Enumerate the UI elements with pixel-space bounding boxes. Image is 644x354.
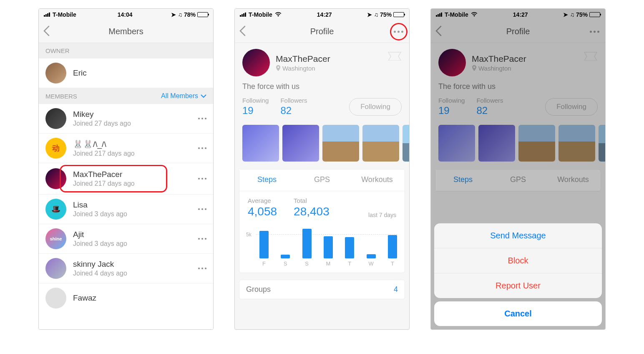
avatar [45,63,66,83]
user-photo[interactable] [322,125,359,162]
avatar [45,108,66,129]
action-sheet-overlay[interactable]: Send Message Block Report User Cancel [431,9,605,329]
member-row[interactable]: skinny Jack Joined 4 days ago [39,254,213,283]
avatar: shine [45,228,66,249]
chart-bar [367,254,376,258]
range-label: last 7 days [368,212,396,218]
more-icon[interactable] [198,208,206,210]
chart-bar [302,229,312,258]
member-row-highlighted[interactable]: MaxThePacer Joined 217 days ago [39,163,213,195]
following-stat[interactable]: Following 19 [242,97,269,116]
members-filter-dropdown[interactable]: All Members [161,92,206,100]
average-label: Average [248,197,277,204]
members-screen: T-Mobile 14:04 ➤ ♫ 78% Members OWNER Eri… [38,8,214,330]
action-sheet: Send Message Block Report User [434,223,602,298]
badge-photo[interactable] [282,125,319,162]
more-button[interactable] [394,30,403,33]
chart-x-label: M [324,260,333,267]
wifi-icon [275,11,282,18]
more-icon[interactable] [198,178,206,180]
headphones-icon: ♫ [374,11,378,18]
activity-card: Steps GPS Workouts Average 4,058 Total 2… [239,169,405,273]
carrier-label: T-Mobile [249,11,272,18]
profile-bio: The force with us [242,82,402,91]
member-row[interactable]: 动 🐰🐰/\_/\ Joined 217 days ago [39,134,213,163]
cancel-button[interactable]: Cancel [434,301,602,326]
member-row[interactable]: Mikey Joined 27 days ago [39,104,213,134]
avatar [45,168,66,189]
total-value: 28,403 [294,205,330,218]
chevron-down-icon [201,94,206,98]
total-label: Total [294,197,330,204]
battery-pct: 78% [184,11,196,18]
clock: 14:04 [118,11,133,18]
follow-button[interactable]: Following [349,98,402,116]
profile-screen: T-Mobile 14:27 ➤ ♫ 75% Profile MaxThePac… [234,8,410,330]
tab-workouts[interactable]: Workouts [350,169,405,191]
member-row[interactable]: shine Ajit Joined 3 days ago [39,224,213,254]
nav-bar: Profile [235,20,409,43]
more-icon[interactable] [198,147,206,149]
battery-icon [197,12,208,17]
avatar: 动 [45,138,66,159]
page-title: Profile [310,27,334,36]
avatar [45,258,66,279]
average-value: 4,058 [248,205,277,218]
chart-bar [281,255,290,258]
owner-name: Eric [73,68,206,78]
user-photo[interactable] [362,125,399,162]
more-icon[interactable] [198,268,206,269]
user-photo[interactable] [402,125,409,162]
chart-bar [345,237,354,258]
tab-gps[interactable]: GPS [294,169,350,191]
avatar [45,288,66,308]
clock: 14:27 [317,11,332,18]
chart-x-label: W [367,260,376,267]
members-list: Mikey Joined 27 days ago 动 🐰🐰/\_/\ Joine… [39,104,213,329]
chart-bar [259,231,269,258]
chart-bar [324,236,333,258]
profile-header: MaxThePacer Washington The force with us… [235,43,409,121]
nav-bar: Members [39,20,213,43]
photo-strip[interactable] [235,121,409,162]
block-button[interactable]: Block [434,248,602,273]
steps-chart: 5k FSSMTWT [239,223,405,268]
send-message-button[interactable]: Send Message [434,223,602,248]
profile-screen-action-sheet: T-Mobile 14:27 ➤ ♫ 75% Profile MaxThePac… [430,8,606,330]
chart-x-label: S [281,260,290,267]
status-bar: T-Mobile 14:04 ➤ ♫ 78% [39,9,213,20]
page-title: Members [108,27,143,36]
owner-row[interactable]: Eric [39,58,213,88]
battery-icon [393,12,404,17]
more-icon[interactable] [198,238,206,240]
back-button[interactable] [43,25,50,38]
badge-photo[interactable] [242,125,279,162]
chart-bar [388,235,397,258]
chart-x-label: F [259,260,269,267]
signal-icon [240,13,246,17]
signal-icon [44,13,50,17]
more-icon[interactable] [198,118,206,119]
followers-stat[interactable]: Followers 82 [280,97,307,116]
carrier-label: T-Mobile [53,11,76,18]
pin-icon [276,65,281,71]
report-user-button[interactable]: Report User [434,273,602,298]
chart-x-label: S [302,260,312,267]
profile-avatar[interactable] [242,49,270,76]
location-icon: ➤ [171,11,176,18]
member-row[interactable]: 🎩 Lisa Joined 3 days ago [39,195,213,224]
battery-pct: 75% [380,11,392,18]
avatar: 🎩 [45,199,66,220]
chart-x-label: T [388,260,397,267]
profile-name: MaxThePacer [276,54,330,64]
back-button[interactable] [239,25,246,38]
members-section-header: MEMBERS All Members [39,88,213,104]
headphones-icon: ♫ [178,11,182,18]
member-row[interactable]: Fawaz [39,283,213,313]
location-icon: ➤ [367,11,372,18]
groups-row[interactable]: Groups 4 [239,280,405,299]
owner-section-header: OWNER [39,43,213,58]
profile-location: Washington [276,65,330,72]
chart-x-label: T [345,260,354,267]
tab-steps[interactable]: Steps [239,169,294,191]
